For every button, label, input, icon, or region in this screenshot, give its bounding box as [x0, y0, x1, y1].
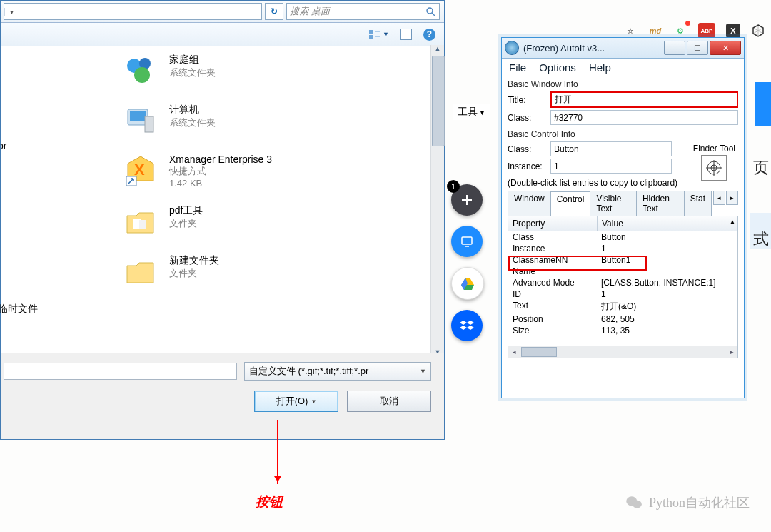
close-button[interactable]: ✕	[710, 41, 741, 55]
minimize-button[interactable]: —	[664, 41, 685, 55]
finder-tool-target[interactable]	[701, 155, 727, 181]
window-title-field[interactable]: 打开	[550, 91, 738, 108]
tab-scroll-right[interactable]: ▸	[726, 191, 738, 205]
scroll-up-icon[interactable]: ▲	[729, 218, 736, 226]
search-placeholder: 搜索 桌面	[290, 5, 330, 18]
tab-scroll-left[interactable]: ◂	[713, 191, 725, 205]
svg-rect-15	[139, 220, 146, 229]
svg-rect-2	[369, 30, 373, 34]
svg-rect-10	[130, 111, 146, 121]
property-row[interactable]: Name	[508, 266, 737, 277]
basic-control-info: Basic Control Info Class:Button Instance…	[508, 129, 672, 174]
cube-icon[interactable]	[751, 24, 765, 38]
breadcrumb[interactable]: ▾	[4, 3, 262, 20]
col-property[interactable]: Property	[508, 216, 598, 231]
list-item[interactable]: 计算机系统文件夹	[122, 104, 444, 138]
folder-icon	[122, 254, 159, 288]
control-class-field[interactable]: Button	[550, 141, 672, 156]
toolbar-label[interactable]: 工具▼	[453, 104, 490, 120]
dialog-footer: 自定义文件 (*.gif;*.tif;*.tiff;*.pr▼ 打开(O)▼ 取…	[1, 353, 444, 439]
autoit-window: (Frozen) AutoIt v3... — ☐ ✕ File Options…	[501, 37, 745, 398]
app-icon	[505, 41, 519, 55]
search-icon	[425, 6, 436, 17]
drive-fab[interactable]	[451, 267, 484, 300]
partial-text: 式	[753, 229, 769, 250]
partial-text: 页	[753, 157, 769, 179]
open-button[interactable]: 打开(O)▼	[254, 391, 338, 412]
property-row[interactable]: Advanced Mode[CLASS:Button; INSTANCE:1]	[508, 277, 737, 288]
tab-visible-text[interactable]: Visible Text	[590, 191, 637, 216]
control-instance-field[interactable]: 1	[550, 159, 672, 174]
abp-icon[interactable]: ABP	[698, 23, 715, 39]
tab-window[interactable]: Window	[508, 191, 551, 216]
help-button[interactable]: ?	[423, 29, 435, 41]
list-item[interactable]: 家庭组系统文件夹	[122, 54, 444, 88]
file-open-dialog: ▾ ↻ 搜索 桌面 ▼ ? or 临时文件 家庭组系统文件夹 计算机系统文件夹 …	[0, 0, 445, 440]
add-fab[interactable]: 1	[451, 184, 483, 216]
wechat-icon	[625, 493, 643, 512]
sidebar-item-label[interactable]: 临时文件	[0, 303, 38, 316]
dialog-toolbar: ▼ ?	[1, 23, 444, 46]
property-row[interactable]: Size113, 35	[508, 325, 737, 336]
fab-stack: 1	[451, 184, 484, 341]
scrollbar-thumb[interactable]	[432, 56, 445, 146]
folder-icon	[122, 204, 159, 239]
star-icon[interactable]: ☆	[623, 24, 638, 38]
preview-pane-toggle[interactable]	[400, 29, 412, 40]
titlebar[interactable]: (Frozen) AutoIt v3... — ☐ ✕	[502, 38, 744, 59]
menu-file[interactable]: File	[509, 61, 526, 74]
scrollbar[interactable]: ▲ ▼	[430, 45, 444, 359]
list-item[interactable]: pdf工具文件夹	[122, 204, 444, 239]
cancel-button[interactable]: 取消	[347, 391, 431, 412]
finder-tool: Finder Tool	[693, 144, 735, 181]
chevron-down-icon: ▼	[420, 368, 426, 375]
ext-icon[interactable]: md	[648, 24, 662, 38]
tab-hidden-text[interactable]: Hidden Text	[636, 191, 685, 216]
svg-line-1	[432, 13, 435, 16]
dropbox-fab[interactable]	[451, 310, 483, 341]
svg-point-8	[134, 67, 150, 83]
scroll-up-icon[interactable]: ▲	[432, 45, 443, 56]
property-row[interactable]: Instance1	[508, 243, 737, 254]
file-list: 家庭组系统文件夹 计算机系统文件夹 X Xmanager Enterprise …	[1, 46, 444, 304]
property-row[interactable]: ClassnameNNButton1	[508, 254, 737, 266]
svg-point-25	[633, 501, 642, 508]
properties-list: ▲ PropertyValue ClassButtonInstance1Clas…	[508, 216, 738, 358]
ext-icon[interactable]: X	[726, 24, 740, 38]
basic-window-info: Basic Window Info Title:打开 Class:#32770	[508, 79, 738, 125]
list-item[interactable]: 新建文件夹文件夹	[122, 254, 444, 288]
ext-icon[interactable]: ⚙	[673, 24, 687, 38]
homegroup-icon	[122, 54, 159, 88]
desktop-fab[interactable]	[451, 226, 483, 257]
svg-rect-18	[462, 237, 472, 244]
filename-input[interactable]	[4, 363, 237, 380]
browser-extensions: ☆ md ⚙ ABP X	[623, 23, 771, 39]
tab-more[interactable]: Stat	[684, 191, 712, 216]
h-scrollbar[interactable]: ◂▸	[508, 346, 737, 358]
svg-point-0	[427, 8, 433, 14]
computer-icon	[122, 104, 159, 138]
dialog-address-bar: ▾ ↻ 搜索 桌面	[1, 1, 444, 23]
annotation-label: 按钮	[256, 493, 283, 511]
refresh-button[interactable]: ↻	[265, 3, 283, 20]
shortcut-icon: X	[122, 154, 159, 188]
partial-button	[755, 82, 771, 126]
property-row[interactable]: Text打开(&O)	[508, 300, 737, 313]
property-row[interactable]: ID1	[508, 288, 737, 300]
menu-options[interactable]: Options	[539, 61, 576, 74]
svg-text:X: X	[134, 161, 145, 179]
maximize-button[interactable]: ☐	[687, 41, 708, 55]
property-row[interactable]: ClassButton	[508, 231, 737, 243]
breadcrumb-dropdown-icon[interactable]: ▾	[4, 8, 18, 16]
window-title: (Frozen) AutoIt v3...	[523, 43, 660, 54]
view-mode-selector[interactable]: ▼	[368, 29, 389, 39]
search-input[interactable]: 搜索 桌面	[286, 3, 440, 20]
property-row[interactable]: Position682, 505	[508, 313, 737, 325]
filetype-select[interactable]: 自定义文件 (*.gif;*.tif;*.tiff;*.pr▼	[244, 362, 431, 381]
tabstrip: Window Control Visible Text Hidden Text …	[508, 191, 738, 216]
menu-help[interactable]: Help	[589, 61, 611, 74]
list-item[interactable]: X Xmanager Enterprise 3快捷方式1.42 KB	[122, 154, 444, 189]
col-value[interactable]: Value	[598, 216, 737, 231]
window-class-field[interactable]: #32770	[550, 110, 738, 125]
tab-control[interactable]: Control	[550, 191, 591, 216]
